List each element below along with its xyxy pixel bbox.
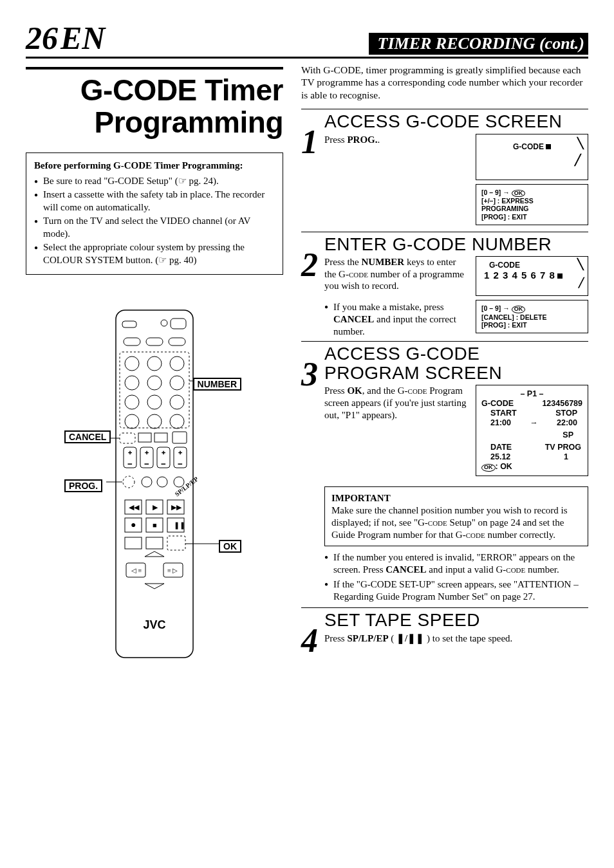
remote-wrap: NUMBER CANCEL PROG. OK — [71, 307, 238, 670]
svg-text:≡ ▷: ≡ ▷ — [167, 567, 178, 574]
svg-point-13 — [170, 376, 184, 390]
before-item: Be sure to read "G-CODE Setup" (☞ pg. 24… — [34, 175, 275, 188]
svg-point-8 — [125, 356, 139, 371]
svg-text:◀◀: ◀◀ — [129, 503, 140, 511]
step-text: Press the NUMBER keys to enter the G-cod… — [324, 256, 469, 339]
label-cancel: CANCEL — [64, 430, 111, 443]
svg-point-3 — [161, 320, 167, 326]
svg-point-19 — [170, 414, 184, 429]
left-column: G-CODE Timer Programming Before performi… — [26, 64, 283, 670]
svg-rect-0 — [116, 310, 193, 658]
intro-text: With G-CODE, timer programming is greatl… — [301, 64, 588, 101]
svg-text:▶: ▶ — [153, 503, 158, 511]
before-list: Be sure to read "G-CODE Setup" (☞ pg. 24… — [34, 175, 275, 267]
svg-text:−: − — [128, 459, 133, 468]
step-number: 1 — [301, 112, 324, 228]
svg-rect-56 — [125, 537, 142, 549]
svg-text:❚❚: ❚❚ — [174, 521, 185, 530]
before-item: Select the appropriate colour system by … — [34, 241, 275, 266]
svg-point-18 — [147, 414, 162, 429]
important-title: IMPORTANT — [331, 492, 581, 504]
svg-text:◁ ≡: ◁ ≡ — [131, 567, 142, 574]
svg-text:−: − — [162, 459, 166, 468]
page-title: G-CODE Timer Programming — [26, 67, 283, 138]
svg-point-41 — [157, 477, 167, 487]
svg-rect-6 — [169, 338, 185, 346]
svg-text:+: + — [128, 449, 132, 456]
important-box: IMPORTANT Make sure the channel position… — [324, 486, 588, 546]
svg-rect-25 — [172, 432, 187, 443]
svg-rect-4 — [124, 338, 140, 346]
before-item: Insert a cassette with the safety tab in… — [34, 189, 275, 214]
note-item: If the "G-CODE SET-UP" screen appears, s… — [324, 578, 588, 603]
svg-text:●: ● — [131, 520, 136, 530]
step-title: ACCESS G-CODEPROGRAM SCREEN — [324, 344, 588, 382]
svg-rect-24 — [154, 433, 167, 442]
svg-point-38 — [123, 476, 135, 488]
svg-text:−: − — [145, 459, 149, 468]
svg-text:−: − — [178, 459, 183, 468]
step-text: Press OK, and the G-code Program screen … — [324, 385, 469, 480]
before-heading: Before performing G-CODE Timer Programmi… — [34, 160, 275, 172]
svg-rect-57 — [146, 537, 163, 549]
step-1: 1 ACCESS G-CODE SCREEN Press PROG.. G-CO… — [301, 109, 588, 228]
svg-point-40 — [142, 477, 152, 487]
svg-rect-2 — [171, 319, 186, 329]
screen-hint: [0 – 9] → OK [+/–] : EXPRESS PROGRAMING … — [476, 184, 588, 225]
step-number: 3 — [301, 344, 324, 605]
svg-rect-58 — [167, 536, 185, 550]
step-title: SET TAPE SPEED — [324, 611, 588, 629]
title-line2: Programming — [26, 107, 283, 139]
page-lang: EN — [60, 20, 105, 56]
right-column: With G-CODE, timer programming is greatl… — [301, 64, 588, 670]
screen-display: G-CODE 1 2 3 4 5 6 7 8 ╲╱ — [476, 256, 588, 296]
before-item: Turn on the TV and select the VIDEO chan… — [34, 215, 275, 240]
columns: G-CODE Timer Programming Before performi… — [26, 64, 588, 670]
label-prog: PROG. — [64, 479, 102, 492]
brand-text: JVC — [143, 618, 165, 631]
svg-point-17 — [125, 414, 139, 429]
svg-rect-23 — [138, 433, 151, 442]
header-bar: 26 EN TIMER RECORDING (cont.) — [26, 19, 588, 59]
svg-text:+: + — [178, 449, 182, 456]
label-ok: OK — [219, 540, 241, 553]
step-title: ENTER G-CODE NUMBER — [324, 235, 588, 254]
step-3: 3 ACCESS G-CODEPROGRAM SCREEN Press OK, … — [301, 341, 588, 605]
svg-text:SP/LP/EP: SP/LP/EP — [173, 476, 199, 498]
svg-point-11 — [125, 376, 139, 390]
screen-hint: [0 – 9] → OK [CANCEL] : DELETE [PROG] : … — [476, 300, 588, 333]
svg-point-12 — [147, 376, 162, 390]
step-number: 4 — [301, 611, 324, 656]
step-title: ACCESS G-CODE SCREEN — [324, 112, 588, 131]
important-text: Make sure the channel position number yo… — [331, 504, 581, 540]
step-4: 4 SET TAPE SPEED Press SP/LP/EP ( ❚/❚❚ )… — [301, 607, 588, 656]
section-title: TIMER RECORDING (cont.) — [369, 33, 588, 55]
svg-point-9 — [147, 356, 162, 371]
step-2: 2 ENTER G-CODE NUMBER Press the NUMBER k… — [301, 232, 588, 339]
svg-rect-21 — [120, 433, 135, 443]
remote-illustration: NUMBER CANCEL PROG. OK — [26, 307, 283, 670]
svg-rect-5 — [146, 338, 163, 346]
svg-point-16 — [170, 395, 184, 409]
note-item: If the number you entered is invalid, "E… — [324, 551, 588, 576]
step-text: Press PROG.. — [324, 134, 469, 229]
svg-rect-1 — [122, 321, 136, 328]
svg-text:+: + — [162, 449, 165, 456]
screen-program: – P1 – G-CODE123456789 STARTSTOP 21:00→2… — [476, 385, 588, 476]
svg-text:+: + — [145, 449, 149, 456]
svg-text:▶▶: ▶▶ — [171, 503, 182, 511]
svg-point-15 — [147, 395, 162, 409]
before-box: Before performing G-CODE Timer Programmi… — [26, 152, 283, 275]
svg-point-14 — [125, 395, 139, 409]
screen-display: G-CODE ╲╱ — [476, 134, 588, 180]
title-line1: G-CODE Timer — [26, 75, 283, 107]
step-number: 2 — [301, 235, 324, 339]
svg-text:■: ■ — [153, 521, 157, 529]
label-number: NUMBER — [193, 378, 241, 391]
page-number: 26 EN — [26, 19, 105, 57]
page-num-value: 26 — [26, 20, 58, 56]
page: 26 EN TIMER RECORDING (cont.) G-CODE Tim… — [0, 0, 614, 689]
notes: If the number you entered is invalid, "E… — [324, 551, 588, 602]
step-text: Press SP/LP/EP ( ❚/❚❚ ) to set the tape … — [324, 633, 588, 645]
svg-point-10 — [170, 356, 184, 371]
